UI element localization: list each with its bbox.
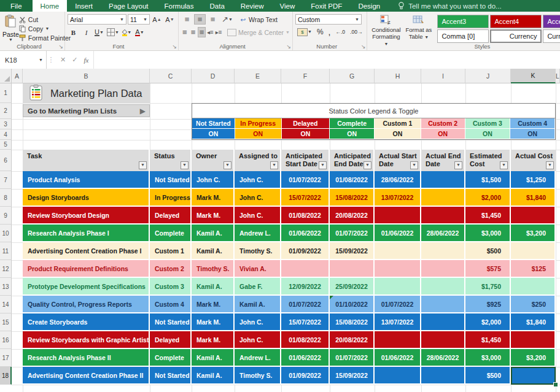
cell[interactable]: 01/07/2022	[330, 225, 375, 242]
cell[interactable]	[421, 207, 465, 225]
format-as-table-button[interactable]: Format as Table ▼	[402, 13, 435, 42]
merge-center-button[interactable]: Merge & Center ▼	[227, 29, 290, 36]
ribbon-tab-page-layout[interactable]: Page Layout	[101, 0, 157, 12]
cell[interactable]: 01/07/2022	[375, 296, 421, 313]
legend-toggle-complete[interactable]: ON	[330, 129, 375, 139]
cell[interactable]	[421, 242, 465, 260]
column-header-f[interactable]: F	[281, 69, 330, 83]
cell[interactable]: Research Analysis Phase II	[23, 349, 150, 367]
row-header-5[interactable]: 5	[0, 140, 12, 150]
cancel-entry-icon[interactable]: ✕	[60, 56, 66, 64]
cell[interactable]: John C.	[235, 171, 281, 189]
cell[interactable]	[511, 278, 556, 296]
cell[interactable]: 25/09/2022	[330, 278, 375, 296]
cell[interactable]: Andrew L.	[235, 349, 281, 367]
row-header-1[interactable]: 1	[0, 83, 12, 103]
cell-style-accent4[interactable]: Accent4	[490, 15, 542, 28]
ribbon-tab-data[interactable]: Data	[202, 0, 233, 12]
cell[interactable]: Gabe F.	[235, 278, 281, 296]
row-header-8[interactable]: 8	[0, 189, 12, 207]
accounting-format-button[interactable]: $▼	[295, 27, 314, 37]
cell[interactable]	[421, 296, 465, 313]
cut-button[interactable]: Cut	[19, 15, 71, 24]
row-header-2[interactable]: 2	[0, 103, 12, 119]
cell[interactable]	[375, 367, 421, 385]
cell[interactable]: 01/08/2022	[330, 171, 375, 189]
row-header-7[interactable]: 7	[0, 171, 12, 189]
column-header-k[interactable]: K	[511, 69, 556, 83]
cell[interactable]: Review Storyboard Design	[23, 207, 150, 225]
cell[interactable]: Kamil A.	[192, 242, 235, 260]
legend-toggle-delayed[interactable]: ON	[282, 129, 330, 139]
cell[interactable]: Mark M.	[192, 189, 235, 207]
cell[interactable]: Custom 4	[150, 296, 192, 313]
cell[interactable]: Advertising Content Creation Phase II	[23, 367, 150, 385]
column-header-a[interactable]: A	[12, 69, 23, 83]
cell[interactable]: 28/06/2022	[421, 349, 465, 367]
cell[interactable]: Delayed	[150, 207, 192, 225]
row-header-11[interactable]: 11	[0, 242, 12, 260]
cell[interactable]	[421, 260, 465, 278]
cell-style-accent3[interactable]: Accent3	[437, 15, 489, 28]
decrease-font-size-button[interactable]: A▼	[164, 14, 176, 25]
font-dialog-launcher-icon[interactable]: ↘	[172, 44, 177, 50]
cell[interactable]	[375, 260, 421, 278]
cell[interactable]: Timothy S.	[192, 260, 235, 278]
legend-item-delayed[interactable]: Delayed	[282, 118, 330, 129]
cell[interactable]: Advertising Content Creation Phase I	[23, 242, 150, 260]
filter-dropdown-icon[interactable]: ▼	[410, 161, 418, 169]
cell[interactable]: $1,750	[465, 278, 511, 296]
cell[interactable]	[375, 242, 421, 260]
align-center-button[interactable]: ≡	[190, 27, 197, 37]
ribbon-tab-view[interactable]: View	[272, 0, 303, 12]
row-header-12[interactable]: 12	[0, 260, 12, 278]
cell[interactable]: John C.	[235, 313, 281, 331]
row-header-6[interactable]: 6	[0, 150, 12, 171]
row-header-13[interactable]: 13	[0, 278, 12, 296]
filter-dropdown-icon[interactable]: ▼	[224, 161, 231, 169]
legend-item-complete[interactable]: Complete	[330, 118, 375, 129]
cell[interactable]: 20/08/2022	[330, 331, 375, 349]
cell-style-accent5[interactable]: Accent5	[543, 15, 560, 28]
column-header-i[interactable]: I	[421, 69, 465, 83]
align-right-button[interactable]: ≡	[198, 27, 205, 37]
legend-toggle-custom-1[interactable]: ON	[375, 129, 421, 139]
cell[interactable]	[421, 189, 465, 207]
cell[interactable]: Design Storyboards	[23, 189, 150, 207]
cell[interactable]: 15/07/2022	[281, 313, 330, 331]
cell[interactable]: $925	[465, 296, 511, 313]
ribbon-tab-home[interactable]: Home	[33, 0, 68, 12]
row-header-18[interactable]: 18	[0, 367, 12, 385]
filter-dropdown-icon[interactable]: ▼	[319, 161, 327, 169]
cell[interactable]: John C.	[235, 331, 281, 349]
increase-indent-button[interactable]: ▸≡	[215, 27, 222, 37]
ribbon-tab-file[interactable]: File	[0, 0, 33, 12]
cell[interactable]: $500	[465, 242, 511, 260]
underline-button[interactable]: U▼	[93, 27, 105, 37]
fill-handle[interactable]	[553, 382, 558, 387]
format-painter-button[interactable]: Format Painter	[19, 34, 71, 42]
cell[interactable]: $250	[511, 296, 556, 313]
cell[interactable]	[421, 331, 465, 349]
row-header-14[interactable]: 14	[0, 296, 12, 313]
tell-me-box[interactable]: Tell me what you want to do...	[398, 0, 502, 12]
cell[interactable]: $1,500	[465, 171, 511, 189]
cell[interactable]: $3,200	[511, 225, 556, 242]
align-bottom-button[interactable]: ≡	[207, 14, 219, 25]
cell[interactable]: 01/07/2022	[281, 171, 330, 189]
legend-item-custom-1[interactable]: Custom 1	[375, 118, 421, 129]
orientation-button[interactable]: ↗▼	[220, 14, 235, 25]
legend-item-custom-3[interactable]: Custom 3	[465, 118, 511, 129]
legend-toggle-custom-4[interactable]: ON	[510, 129, 555, 139]
filter-dropdown-icon[interactable]: ▼	[139, 161, 147, 169]
cell[interactable]: 13/07/2022	[375, 313, 421, 331]
cell[interactable]: $2,000	[465, 313, 511, 331]
italic-button[interactable]: I	[80, 27, 92, 37]
formula-input[interactable]	[94, 51, 560, 69]
cell[interactable]: Product Analysis	[23, 171, 150, 189]
ribbon-tab-review[interactable]: Review	[233, 0, 272, 12]
column-header-d[interactable]: D	[192, 69, 235, 83]
cell[interactable]: 01/10/2022	[330, 296, 375, 313]
cell[interactable]: 28/06/2022	[375, 171, 421, 189]
cell[interactable]: Kamil A.	[192, 278, 235, 296]
